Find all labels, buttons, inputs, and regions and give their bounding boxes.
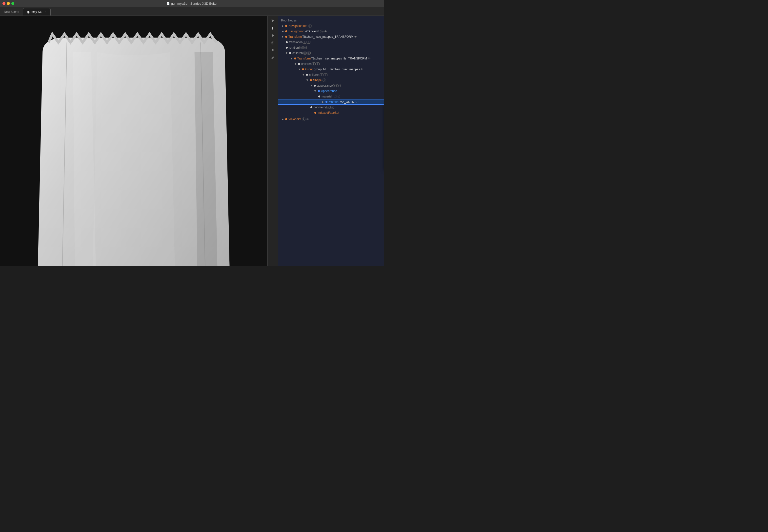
rotation-link-icon[interactable]: ⟨⟩ — [299, 46, 303, 49]
traffic-lights — [2, 2, 14, 5]
material-field-link2-icon[interactable]: ⟨⟩ — [337, 95, 340, 98]
transform-outer-eye-icon[interactable]: 👁 — [354, 35, 357, 38]
tree-arrow-children-inner[interactable]: ▶ — [294, 62, 297, 66]
group-eye-icon[interactable]: 👁 — [361, 68, 363, 71]
tree-arrow-material-node[interactable]: ▶ — [321, 100, 325, 104]
tree-node-children-inner[interactable]: ▶ children ⟨⟩ ⟨⟩ — [278, 61, 384, 67]
material-field-link-icon[interactable]: ⟨⟩ — [333, 95, 336, 98]
maximize-button[interactable] — [11, 2, 14, 5]
tree-node-viewpoint[interactable]: ▶ Viewpoint ℹ 👁 — [278, 116, 384, 122]
geometry-field-label: geometry — [314, 106, 326, 109]
tree-arrow-appearance-field[interactable]: ▶ — [310, 84, 313, 87]
viewpoint-eye-icon[interactable]: 👁 — [306, 118, 309, 121]
children-outer-link-icon[interactable]: ⟨⟩ — [303, 52, 307, 55]
tab-new-scene[interactable]: New Scene — [0, 8, 23, 16]
tree-node-material-node[interactable]: ▶ Material MA_OUTMAT1 — [278, 99, 384, 105]
rotation-link2-icon[interactable]: ⟨⟩ — [303, 46, 307, 49]
tree-dot-geometry-field — [310, 106, 312, 108]
tree-node-indexed-face-set[interactable]: IndexedFaceSet — [278, 110, 384, 115]
children-inner-link-icon[interactable]: ⟨⟩ — [312, 62, 316, 65]
tree-dot-children-inner — [298, 63, 300, 65]
tree-node-children-group[interactable]: ▶ children ⟨⟩ ⟨⟩ — [278, 72, 384, 77]
rotation-label: rotation — [289, 46, 299, 49]
scene-tree-header: Root Nodes — [278, 18, 384, 23]
edit-button[interactable] — [269, 54, 277, 61]
tree-dot-background — [285, 30, 287, 32]
tree-arrow-transform-outer[interactable]: ▶ — [281, 35, 285, 38]
tree-arrow-viewpoint[interactable]: ▶ — [281, 117, 285, 121]
group-label: Group — [305, 68, 313, 71]
tree-node-nav-info[interactable]: ▶ NavigationInfo ℹ — [278, 23, 384, 29]
viewport-area: Welcome to X_ITE X3D Browser v9.5.2: Cur… — [0, 16, 278, 266]
nav-info-icon[interactable]: ℹ — [308, 24, 312, 28]
tree-dot-nav-info — [285, 25, 287, 27]
tree-node-geometry-field[interactable]: geometry ⟨⟩ ⟨⟩ — [278, 105, 384, 110]
tree-dot-viewpoint — [285, 118, 287, 120]
tree-dot-appearance-node — [318, 90, 320, 92]
tree-dot-children-group — [306, 74, 308, 76]
viewpoint-info-icon[interactable]: ℹ — [302, 117, 306, 121]
material-node-suffix: MA_OUTMAT1 — [340, 100, 360, 104]
tree-node-appearance-field[interactable]: ▶ appearance ⟨⟩ ⟨⟩ — [278, 83, 384, 88]
tree-arrow-shape[interactable]: ▶ — [306, 78, 309, 82]
material-field-label: material — [322, 95, 332, 98]
transform-inner-eye-icon[interactable]: 👁 — [368, 57, 370, 60]
close-button[interactable] — [2, 2, 5, 5]
tree-arrow-children-outer[interactable]: ▶ — [285, 51, 289, 55]
children-outer-link2-icon[interactable]: ⟨⟩ — [307, 52, 311, 55]
file-icon: 📄 — [166, 2, 170, 5]
tree-dot-rotation — [286, 47, 288, 49]
tree-node-background[interactable]: ▶ Background WO_World ⊙ 👁 — [278, 29, 384, 34]
children-inner-label: children — [301, 62, 312, 66]
play-button[interactable] — [269, 32, 277, 39]
tree-node-appearance-node[interactable]: ▶ Appearance — [278, 88, 384, 94]
tree-arrow-transform-inner[interactable]: ▶ — [290, 57, 293, 60]
tree-node-material-field[interactable]: material ⟨⟩ ⟨⟩ — [278, 94, 384, 99]
translation-label: translation — [289, 40, 303, 44]
tree-arrow-background[interactable]: ▶ — [281, 30, 285, 33]
tree-node-rotation[interactable]: rotation ⟨⟩ ⟨⟩ — [278, 45, 384, 50]
flame-button[interactable] — [269, 47, 277, 54]
background-eye-icon[interactable]: 👁 — [324, 30, 327, 33]
viewport-toolbar — [268, 16, 278, 266]
appearance-field-label: appearance — [317, 84, 333, 87]
tree-node-transform-outer[interactable]: ▶ Transform Tütchen_rissc_mappes_TRANSFO… — [278, 34, 384, 39]
tab-close-button[interactable]: ✕ — [44, 11, 46, 13]
geometry-field-link2-icon[interactable]: ⟨⟩ — [330, 106, 334, 109]
children-inner-link2-icon[interactable]: ⟨⟩ — [316, 62, 320, 65]
appearance-node-label: Appearance — [321, 89, 337, 93]
background-suffix: WO_World — [305, 30, 319, 33]
tree-dot-appearance-field — [314, 85, 316, 87]
shape-info-icon[interactable]: ℹ — [323, 78, 326, 82]
svg-point-1 — [272, 42, 274, 44]
tree-node-transform-inner[interactable]: ▶ Transform Tütchen_rissc_mappes_ifs_TRA… — [278, 56, 384, 61]
tree-dot-transform-outer — [285, 36, 287, 38]
camera-button[interactable] — [269, 39, 277, 46]
tree-node-translation[interactable]: translation ⟨⟩ ⟨⟩ — [278, 39, 384, 45]
tree-node-group[interactable]: ▶ Group group_ME_Tütchen_rissc_mappes 👁 — [278, 67, 384, 72]
geometry-field-link-icon[interactable]: ⟨⟩ — [327, 106, 330, 109]
tree-node-shape[interactable]: ▶ Shape ℹ — [278, 77, 384, 83]
children-group-link2-icon[interactable]: ⟨⟩ — [324, 73, 327, 76]
cursor-tool-button[interactable] — [269, 17, 277, 24]
select-tool-button[interactable] — [269, 25, 277, 32]
tree-dot-shape — [310, 79, 312, 81]
tree-arrow-appearance-node[interactable]: ▶ — [314, 89, 317, 93]
tabbar: New Scene gummy.x3d ✕ — [0, 7, 384, 16]
tree-arrow-children-group[interactable]: ▶ — [302, 73, 305, 76]
main-layout: Welcome to X_ITE X3D Browser v9.5.2: Cur… — [0, 16, 384, 266]
tree-dot-transform-inner — [294, 57, 296, 59]
children-group-link-icon[interactable]: ⟨⟩ — [320, 73, 324, 76]
minimize-button[interactable] — [7, 2, 10, 5]
tree-arrow-group[interactable]: ▶ — [298, 68, 301, 71]
background-info-icon[interactable]: ⊙ — [320, 30, 324, 33]
group-suffix: group_ME_Tütchen_rissc_mappes — [314, 68, 360, 71]
appearance-field-link-icon[interactable]: ⟨⟩ — [333, 84, 337, 87]
translation-link2-icon[interactable]: ⟨⟩ — [307, 41, 310, 44]
translation-link-icon[interactable]: ⟨⟩ — [303, 41, 307, 44]
tree-node-children-outer[interactable]: ▶ children ⟨⟩ ⟨⟩ — [278, 50, 384, 56]
tree-arrow-nav-info[interactable]: ▶ — [281, 24, 285, 28]
tab-gummy[interactable]: gummy.x3d ✕ — [23, 8, 50, 16]
appearance-field-link2-icon[interactable]: ⟨⟩ — [337, 84, 341, 87]
viewport-canvas[interactable] — [0, 16, 268, 266]
